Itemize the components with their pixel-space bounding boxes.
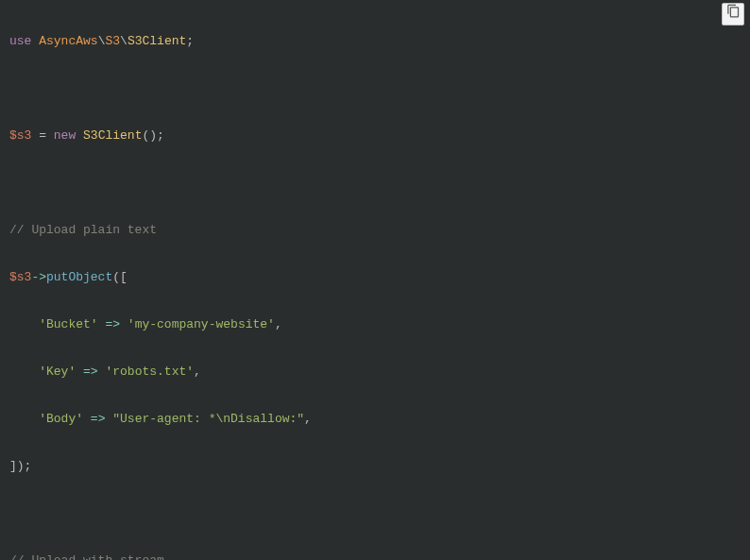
- fat-arrow: =>: [76, 365, 105, 379]
- code-block: use AsyncAws\S3\S3Client; $s3 = new S3Cl…: [0, 0, 750, 560]
- code-line: ]);: [9, 454, 741, 478]
- string-value: "User-agent: *\nDisallow:": [112, 412, 304, 426]
- code-line: use AsyncAws\S3\S3Client;: [9, 29, 741, 53]
- code-line: $s3->putObject([: [9, 265, 741, 289]
- string-value: 'robots.txt': [105, 365, 194, 379]
- string-value: 'my-company-website': [128, 317, 275, 331]
- code-line: 'Key' => 'robots.txt',: [9, 360, 741, 383]
- fat-arrow: =>: [83, 412, 112, 426]
- equals: =: [31, 128, 53, 143]
- comment: // Upload with stream: [9, 553, 164, 560]
- keyword-new: new: [54, 128, 76, 143]
- code-line-blank: [9, 501, 741, 525]
- method-call: putObject: [46, 270, 112, 284]
- close-brackets: ]);: [9, 459, 31, 473]
- string-key: 'Bucket': [39, 317, 97, 331]
- fat-arrow: =>: [98, 317, 128, 331]
- keyword-use: use: [9, 34, 31, 48]
- code-line-blank: [9, 76, 741, 100]
- semicolon: ;: [186, 34, 194, 48]
- string-key: 'Key': [39, 365, 76, 379]
- comma: ,: [275, 317, 282, 331]
- semicolon: ;: [157, 128, 164, 143]
- class-name: S3Client: [83, 128, 142, 143]
- open-brackets: ([: [112, 270, 128, 284]
- code-line: 'Bucket' => 'my-company-website',: [9, 313, 741, 336]
- class-name: S3Client: [128, 34, 186, 48]
- namespace: S3: [105, 34, 120, 48]
- code-line: // Upload with stream: [9, 549, 741, 560]
- copy-button[interactable]: [722, 3, 744, 25]
- code-line: 'Body' => "User-agent: *\nDisallow:",: [9, 407, 741, 431]
- copy-icon: [726, 3, 741, 26]
- code-line: // Upload plain text: [9, 218, 741, 242]
- comma: ,: [304, 412, 312, 426]
- code-line: $s3 = new S3Client();: [9, 124, 741, 147]
- string-key: 'Body': [39, 412, 83, 426]
- arrow-op: ->: [31, 270, 46, 284]
- code-line-blank: [9, 171, 741, 195]
- comma: ,: [194, 365, 201, 379]
- comment: // Upload plain text: [9, 223, 157, 237]
- namespace: AsyncAws: [39, 34, 97, 48]
- variable: $s3: [9, 270, 31, 284]
- backslash: \: [120, 34, 128, 48]
- variable: $s3: [9, 128, 31, 143]
- parens: (): [142, 128, 157, 143]
